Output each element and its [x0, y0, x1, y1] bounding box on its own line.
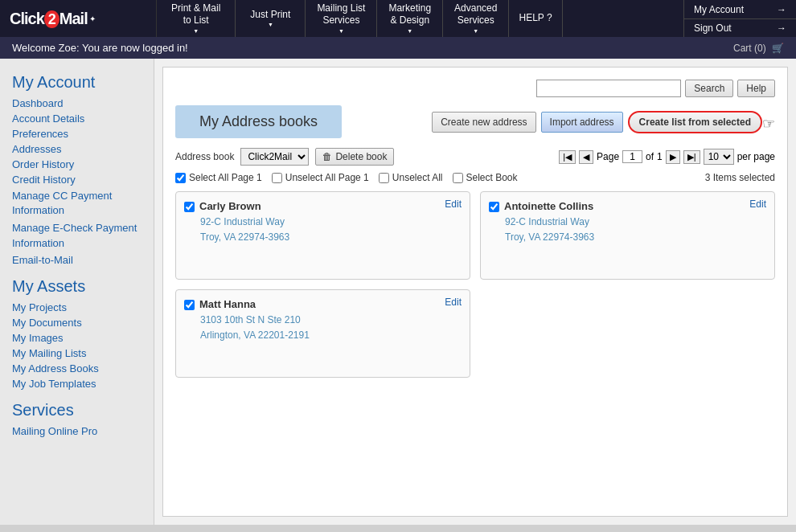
nav-help[interactable]: HELP ? — [509, 0, 562, 37]
items-selected: 3 Items selected — [705, 172, 775, 183]
my-assets-section-title: My Assets — [12, 277, 142, 296]
my-account-section-title: My Account — [12, 73, 142, 92]
card-3-address: 3103 10th St N Ste 210 Arlington, VA 222… — [200, 313, 462, 343]
nav-marketing-label: Marketing — [388, 2, 431, 15]
cart-icon: 🛒 — [772, 43, 784, 54]
card-1-header: Carly Brown — [184, 200, 462, 212]
nav-advanced-label2: Services — [457, 14, 494, 27]
card-1-line1: 92-C Industrial Way — [200, 215, 462, 230]
nav-marketing[interactable]: Marketing & Design ▼ — [377, 0, 443, 37]
create-new-address-button[interactable]: Create new address — [432, 112, 535, 133]
card-3-checkbox[interactable] — [184, 300, 195, 310]
unselect-all-label[interactable]: Unselect All — [379, 172, 443, 183]
sidebar-item-manage-cc[interactable]: Manage CC Payment Information — [12, 187, 142, 219]
card-3-edit-link[interactable]: Edit — [445, 297, 462, 308]
nav-sign-out[interactable]: Sign Out → — [684, 19, 796, 37]
card-3-line1: 3103 10th St N Ste 210 — [200, 313, 462, 328]
nav-print-mail[interactable]: Print & Mail to List ▼ — [157, 0, 236, 37]
nav-my-account-label: My Account — [694, 4, 744, 15]
sidebar-item-mailing-online-pro[interactable]: Mailing Online Pro — [12, 424, 142, 439]
select-all-checkbox[interactable] — [175, 173, 186, 183]
nav-sign-out-label: Sign Out — [694, 23, 732, 34]
card-2-edit-link[interactable]: Edit — [749, 198, 766, 210]
card-1-checkbox[interactable] — [184, 202, 195, 212]
delete-book-label: Delete book — [335, 151, 387, 162]
card-1-line2: Troy, VA 22974-3963 — [200, 230, 462, 245]
address-card-empty — [480, 289, 775, 378]
nav-my-account-arrow: → — [777, 4, 786, 15]
nav-just-print-arrow: ▼ — [268, 21, 273, 28]
sidebar-item-my-mailing-lists[interactable]: My Mailing Lists — [12, 346, 142, 361]
card-2-line2: Troy, VA 22974-3963 — [505, 230, 766, 245]
search-button[interactable]: Search — [685, 80, 733, 97]
card-1-address: 92-C Industrial Way Troy, VA 22974-3963 — [200, 215, 462, 245]
page-label: Page — [597, 151, 619, 162]
sidebar: My Account Dashboard Account Details Pre… — [0, 59, 154, 525]
nav-print-mail-label: Print & Mail — [171, 2, 220, 15]
address-card-1: Carly Brown 92-C Industrial Way Troy, VA… — [175, 191, 470, 280]
sidebar-item-manage-echeck[interactable]: Manage E-Check Payment Information — [12, 219, 142, 252]
unselect-all-page-label[interactable]: Unselect All Page 1 — [272, 172, 369, 183]
cart-label: Cart (0) — [733, 43, 766, 54]
sidebar-item-dashboard[interactable]: Dashboard — [12, 96, 142, 111]
nav-mailing-list[interactable]: Mailing List Services ▼ — [306, 0, 377, 37]
action-buttons: Create new address Import address Create… — [432, 111, 775, 133]
page-last-button[interactable]: ▶| — [683, 150, 700, 164]
delete-book-button[interactable]: 🗑 Delete book — [315, 148, 394, 166]
controls-row: Address book Click2Mail 🗑 Delete book |◀… — [175, 148, 775, 166]
nav-marketing-label2: & Design — [390, 14, 429, 27]
search-input[interactable] — [536, 80, 681, 97]
page-prev-button[interactable]: ◀ — [579, 150, 593, 164]
card-2-checkbox[interactable] — [489, 202, 499, 212]
nav-just-print-label: Just Print — [250, 9, 290, 22]
logo-cursor: ✦ — [89, 14, 96, 23]
page-next-button[interactable]: ▶ — [666, 150, 680, 164]
nav-mailing-list-label: Mailing List — [317, 2, 365, 15]
nav-my-account[interactable]: My Account → — [684, 1, 796, 19]
sidebar-item-account-details[interactable]: Account Details — [12, 111, 142, 126]
select-book-label[interactable]: Select Book — [453, 172, 518, 183]
nav-advanced-label: Advanced — [454, 2, 497, 15]
page-number-input[interactable] — [622, 150, 642, 163]
help-button[interactable]: Help — [737, 80, 775, 97]
sidebar-item-my-documents[interactable]: My Documents — [12, 315, 142, 330]
sidebar-item-credit-history[interactable]: Credit History — [12, 172, 142, 187]
sidebar-item-my-images[interactable]: My Images — [12, 330, 142, 346]
main-layout: My Account Dashboard Account Details Pre… — [0, 59, 796, 525]
card-1-edit-link[interactable]: Edit — [445, 198, 462, 210]
sidebar-item-order-history[interactable]: Order History — [12, 157, 142, 172]
page-first-button[interactable]: |◀ — [559, 150, 576, 164]
card-3-line2: Arlington, VA 22201-2191 — [200, 328, 462, 343]
address-book-select[interactable]: Click2Mail — [240, 148, 309, 166]
nav-advanced[interactable]: Advanced Services ▼ — [443, 0, 509, 37]
nav-mailing-list-arrow: ▼ — [339, 27, 344, 35]
sidebar-item-preferences[interactable]: Preferences — [12, 126, 142, 141]
address-card-2: Antoinette Collins 92-C Industrial Way T… — [480, 191, 775, 280]
logo[interactable]: Click2Mail ✦ — [0, 0, 157, 37]
nav-print-mail-label2: to List — [183, 14, 209, 27]
select-all-label[interactable]: Select All Page 1 — [175, 172, 262, 183]
nav-sign-out-arrow: → — [777, 23, 786, 34]
select-book-checkbox[interactable] — [453, 173, 463, 183]
import-address-button[interactable]: Import address — [541, 112, 623, 133]
sidebar-item-addresses[interactable]: Addresses — [12, 141, 142, 157]
unselect-all-page-checkbox[interactable] — [272, 173, 282, 183]
unselect-all-text: Unselect All — [392, 172, 443, 183]
unselect-all-checkbox[interactable] — [379, 173, 389, 183]
per-page-label: per page — [737, 151, 775, 162]
per-page-select[interactable]: 10 25 50 — [704, 149, 734, 165]
top-nav: Click2Mail ✦ Print & Mail to List ▼ Just… — [0, 0, 796, 37]
nav-just-print[interactable]: Just Print ▼ — [236, 0, 306, 37]
content-inner: Search Help My Address books Create new … — [162, 67, 788, 517]
sidebar-item-my-job-templates[interactable]: My Job Templates — [12, 376, 142, 391]
sidebar-item-email-to-mail[interactable]: Email-to-Mail — [12, 252, 142, 268]
welcome-message: Welcome Zoe: You are now logged in! — [12, 42, 188, 54]
sidebar-item-my-projects[interactable]: My Projects — [12, 300, 142, 315]
nav-print-mail-arrow: ▼ — [193, 27, 199, 35]
content-area: Search Help My Address books Create new … — [154, 59, 796, 525]
cursor-indicator: ☞ — [762, 115, 775, 133]
sidebar-item-my-address-books[interactable]: My Address Books — [12, 361, 142, 376]
card-1-name: Carly Brown — [199, 200, 261, 212]
create-list-from-selected-button[interactable]: Create list from selected — [628, 111, 762, 133]
address-card-3: Matt Hanna 3103 10th St N Ste 210 Arling… — [175, 289, 470, 378]
